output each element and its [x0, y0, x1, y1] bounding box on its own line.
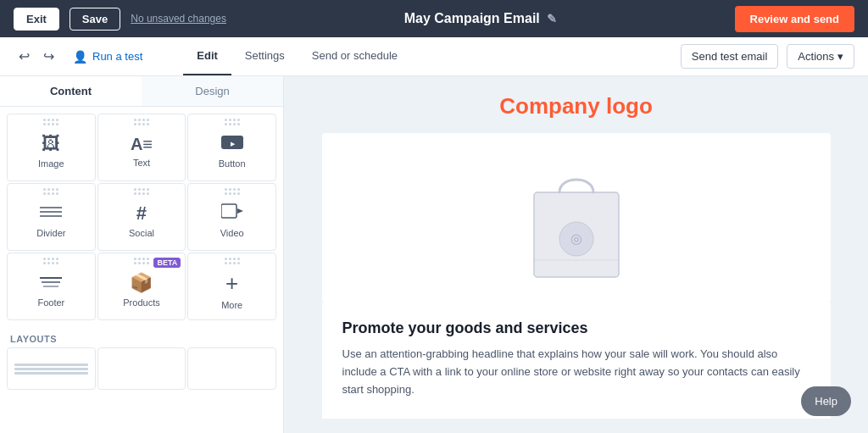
run-test-button[interactable]: 👤 Run a test — [73, 50, 142, 64]
email-canvas: Company logo ◎ Promote your goods and se… — [322, 93, 831, 419]
text-label: Text — [133, 158, 150, 168]
drag-handle — [134, 258, 149, 264]
left-panel: Content Design 🖼 Image A≡ Text — [0, 76, 284, 433]
content-tiles-grid: 🖼 Image A≡ Text — [0, 107, 283, 327]
secondary-navigation: ↩ ↪ 👤 Run a test Edit Settings Send or s… — [0, 37, 868, 76]
beta-badge: BETA — [153, 258, 181, 268]
campaign-title-text: May Campaign Email — [404, 11, 540, 26]
drag-handle — [225, 119, 240, 125]
svg-text:◎: ◎ — [570, 231, 582, 246]
video-label: Video — [220, 228, 244, 238]
more-label: More — [221, 300, 242, 310]
main-tabs: Edit Settings Send or schedule — [183, 37, 411, 75]
redo-button[interactable]: ↪ — [38, 45, 59, 68]
top-navigation: Exit Save No unsaved changes May Campaig… — [0, 0, 868, 37]
undo-redo-controls: ↩ ↪ — [14, 45, 59, 68]
footer-tile[interactable]: Footer — [7, 253, 96, 320]
tab-edit[interactable]: Edit — [183, 37, 231, 75]
drag-handle — [134, 188, 149, 195]
nav-right-actions: Send test email Actions ▾ — [681, 44, 854, 69]
drag-handle — [225, 188, 240, 195]
campaign-title-area: May Campaign Email ✎ — [236, 11, 725, 26]
social-label: Social — [129, 228, 154, 238]
divider-label: Divider — [36, 228, 65, 238]
edit-title-icon[interactable]: ✎ — [547, 12, 557, 25]
run-test-icon: 👤 — [73, 50, 87, 64]
more-icon: + — [225, 270, 238, 297]
products-icon: 📦 — [130, 272, 153, 294]
divider-icon — [40, 203, 62, 225]
actions-label: Actions — [798, 50, 834, 63]
email-content-block: Promote your goods and services Use an a… — [322, 303, 831, 419]
video-icon — [221, 203, 243, 225]
chevron-down-icon: ▾ — [837, 50, 843, 63]
social-tile[interactable]: # Social — [97, 183, 186, 251]
drag-handle — [225, 258, 240, 264]
actions-dropdown-button[interactable]: Actions ▾ — [787, 44, 854, 69]
layout-3col[interactable] — [187, 347, 276, 390]
content-tab[interactable]: Content — [0, 76, 142, 106]
svg-rect-6 — [221, 204, 236, 218]
save-button[interactable]: Save — [70, 8, 120, 31]
footer-icon — [40, 272, 62, 294]
svg-marker-7 — [237, 208, 243, 214]
drag-handle — [43, 188, 58, 195]
main-area: Content Design 🖼 Image A≡ Text — [0, 76, 868, 433]
review-and-send-button[interactable]: Review and send — [735, 6, 854, 32]
promo-body-text: Use an attention-grabbing headline that … — [342, 346, 810, 398]
layout-2col[interactable] — [97, 347, 186, 390]
tab-settings[interactable]: Settings — [231, 37, 298, 75]
drag-handle — [43, 258, 58, 264]
email-image-block[interactable]: ◎ — [322, 133, 831, 303]
social-icon: # — [136, 203, 147, 225]
text-tile[interactable]: A≡ Text — [97, 114, 186, 181]
promo-title: Promote your goods and services — [342, 319, 810, 337]
button-icon: ▶ — [220, 133, 244, 155]
tab-send-or-schedule[interactable]: Send or schedule — [298, 37, 411, 75]
footer-label: Footer — [37, 297, 64, 308]
design-tab[interactable]: Design — [142, 76, 283, 106]
products-label: Products — [123, 297, 159, 308]
drag-handle — [43, 119, 58, 125]
panel-tabs: Content Design — [0, 76, 283, 107]
image-label: Image — [38, 158, 64, 169]
layouts-header: LAYOUTS — [0, 327, 283, 347]
undo-button[interactable]: ↩ — [14, 45, 35, 68]
drag-handle — [134, 119, 149, 125]
help-button[interactable]: Help — [801, 386, 851, 416]
button-label: Button — [219, 158, 246, 169]
layout-1col[interactable] — [7, 347, 96, 390]
company-logo-placeholder[interactable]: Company logo — [322, 93, 831, 119]
email-canvas-area: Company logo ◎ Promote your goods and se… — [284, 76, 868, 433]
image-icon: 🖼 — [42, 133, 60, 155]
send-test-email-button[interactable]: Send test email — [681, 44, 779, 69]
text-icon: A≡ — [131, 135, 153, 154]
layouts-grid — [0, 347, 283, 397]
button-tile[interactable]: ▶ Button — [187, 114, 276, 181]
shopping-bag-illustration: ◎ — [517, 150, 636, 286]
products-tile[interactable]: BETA 📦 Products — [97, 253, 186, 320]
video-tile[interactable]: Video — [187, 183, 276, 251]
image-tile[interactable]: 🖼 Image — [7, 114, 96, 181]
run-test-label: Run a test — [92, 50, 142, 63]
exit-button[interactable]: Exit — [14, 8, 59, 31]
unsaved-changes-label: No unsaved changes — [131, 13, 226, 25]
more-tile[interactable]: + More — [187, 253, 276, 320]
divider-tile[interactable]: Divider — [7, 183, 96, 251]
